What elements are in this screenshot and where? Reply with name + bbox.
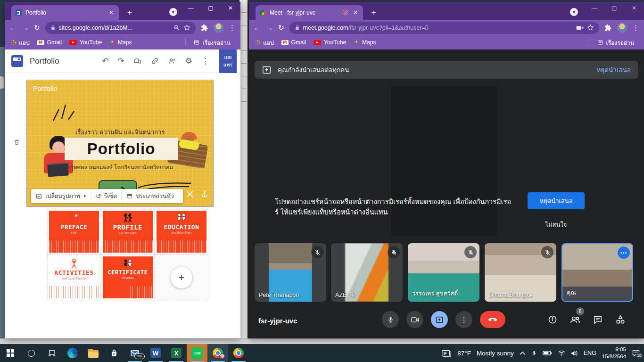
end-call-button[interactable] xyxy=(480,311,505,328)
bookmark-star-icon[interactable] xyxy=(183,24,190,31)
dismiss-button[interactable]: ไม่สนใจ xyxy=(528,220,585,230)
activities-icon[interactable] xyxy=(615,314,626,325)
preview-devices-icon[interactable] xyxy=(133,58,142,65)
site-header-banner[interactable]: Portfolio เรื่องราว ความฝัน และจินตนาการ… xyxy=(27,80,213,206)
tile-activities[interactable]: ACTIVITIES ผลงานและกิจกรรม xyxy=(49,256,99,298)
tab-meet[interactable]: Meet - fsr-yjpr-uvc ✕ xyxy=(256,5,363,20)
tab-close-icon[interactable]: ✕ xyxy=(352,9,359,16)
tile-profile[interactable]: PROFILE ประวัติส่วนตัว xyxy=(103,211,153,253)
bookmark-youtube[interactable]: YouTube xyxy=(69,39,102,46)
more-options-button[interactable]: ⋮ xyxy=(455,311,472,328)
search-button[interactable] xyxy=(21,344,41,362)
language-indicator[interactable]: ENG xyxy=(584,350,596,356)
people-icon[interactable] xyxy=(570,314,581,325)
profile-avatar[interactable] xyxy=(617,23,627,33)
bookmark-gmail[interactable]: MGmail xyxy=(281,39,306,46)
tile-more-options-icon[interactable]: ••• xyxy=(618,247,630,259)
participant-tile[interactable]: Pete Thanapon xyxy=(255,243,326,302)
mic-button[interactable] xyxy=(382,311,399,328)
start-button[interactable] xyxy=(0,344,21,362)
reset-button[interactable]: ↺ รีเซ็ต xyxy=(91,189,121,203)
reading-list-button[interactable]: เรื่องรออ่าน xyxy=(193,38,231,47)
mail-taskbar-button[interactable]: 99+ xyxy=(124,344,145,362)
profile-avatar[interactable] xyxy=(214,23,223,33)
sites-logo-icon[interactable] xyxy=(11,55,23,67)
chat-icon[interactable] xyxy=(592,314,603,325)
undo-icon[interactable]: ↶ xyxy=(102,56,108,66)
stop-presenting-link[interactable]: หยุดนำเสนอ xyxy=(596,65,631,75)
stop-presenting-button[interactable]: หยุดนำเสนอ xyxy=(528,192,585,209)
edge-taskbar-button[interactable] xyxy=(62,344,83,362)
weather-desc[interactable]: Mostly sunny xyxy=(477,350,514,357)
refresh-icon[interactable]: ↻ xyxy=(34,24,40,32)
camera-button[interactable] xyxy=(406,311,423,328)
info-icon[interactable] xyxy=(547,314,558,325)
participant-tile-self[interactable]: ••• คุณ xyxy=(561,243,633,302)
minimize-button[interactable]: — xyxy=(181,2,201,14)
tile-preface[interactable]: PREFACE คำนำ xyxy=(49,211,99,253)
tab-close-icon[interactable]: ✕ xyxy=(107,9,115,16)
forward-icon[interactable]: → xyxy=(266,24,273,32)
extensions-puzzle-icon[interactable] xyxy=(604,24,612,32)
close-button[interactable]: ✕ xyxy=(221,2,240,14)
zoom-icon[interactable] xyxy=(173,25,180,31)
tab-portfolio[interactable]: Portfolio ✕ xyxy=(11,5,119,20)
bookmark-maps[interactable]: Maps xyxy=(109,39,132,46)
tray-chevron-icon[interactable] xyxy=(520,351,526,355)
back-icon[interactable]: ← xyxy=(254,24,261,32)
more-options-icon[interactable]: ⋮ xyxy=(201,56,209,66)
camera-in-use-icon[interactable] xyxy=(576,25,584,31)
add-section-button[interactable]: + xyxy=(171,267,192,288)
bookmark-maps[interactable]: Maps xyxy=(354,39,376,46)
participant-tile[interactable]: AZE :-P xyxy=(331,243,403,302)
publish-button[interactable]: เผย แพร่ xyxy=(219,49,237,73)
wifi-icon[interactable] xyxy=(558,350,565,356)
tab-search-icon[interactable]: ▼ xyxy=(570,8,578,16)
participant-tile[interactable]: Jintana Boonpok xyxy=(485,243,556,302)
weather-temp[interactable]: 87°F xyxy=(457,350,471,357)
bookmark-star-icon[interactable] xyxy=(587,24,594,31)
tray-mic-icon[interactable] xyxy=(531,350,537,357)
news-weather-icon[interactable] xyxy=(441,349,452,357)
chrome-profile-taskbar-button[interactable] xyxy=(207,344,228,362)
present-button[interactable] xyxy=(431,311,448,328)
add-people-icon[interactable] xyxy=(168,58,176,65)
url-field[interactable]: sites.google.com/d/1a2bM... xyxy=(45,22,196,34)
reading-list-button[interactable]: เรื่องรออ่าน xyxy=(597,38,634,47)
tile-certificate[interactable]: CERTIFICATE เกียรติบัตร xyxy=(103,256,153,298)
volume-icon[interactable] xyxy=(571,350,578,356)
maximize-button[interactable]: ▢ xyxy=(604,2,624,14)
site-document-title[interactable]: Portfolio xyxy=(30,57,59,66)
settings-gear-icon[interactable]: ⚙ xyxy=(185,56,192,66)
battery-icon[interactable] xyxy=(543,350,552,356)
trash-icon[interactable] xyxy=(13,138,20,146)
clock[interactable]: 9:05 15/8/2564 xyxy=(602,346,626,360)
task-view-button[interactable] xyxy=(41,344,62,362)
word-taskbar-button[interactable]: W xyxy=(145,344,166,362)
bookmark-youtube[interactable]: YouTube xyxy=(314,39,346,46)
maximize-button[interactable]: ▢ xyxy=(201,2,221,14)
anchor-icon[interactable] xyxy=(201,190,208,198)
refresh-icon[interactable]: ↻ xyxy=(278,24,284,32)
browser-menu-icon[interactable]: ⋮ xyxy=(632,24,639,32)
redo-icon[interactable]: ↷ xyxy=(118,56,124,66)
header-type-button[interactable]: ประเภทส่วนหัว xyxy=(122,189,178,203)
back-icon[interactable]: ← xyxy=(9,24,17,32)
forward-icon[interactable]: → xyxy=(22,24,29,32)
excel-taskbar-button[interactable]: X xyxy=(166,344,187,362)
extensions-puzzle-icon[interactable] xyxy=(201,24,208,32)
participant-tile[interactable]: วรรณพร สุขสวัสดิ์ xyxy=(408,243,479,302)
tile-education[interactable]: EDUCATION ประวัติการศึกษา xyxy=(157,211,206,253)
magic-wand-off-icon[interactable] xyxy=(186,190,194,198)
minimize-button[interactable]: — xyxy=(585,2,604,14)
chrome-taskbar-button[interactable] xyxy=(228,344,249,362)
new-tab-button[interactable]: + xyxy=(124,8,136,17)
bookmark-gmail[interactable]: MGmail xyxy=(37,39,62,46)
insert-link-icon[interactable] xyxy=(151,57,159,65)
notification-center-button[interactable]: 10 xyxy=(632,349,640,357)
browser-menu-icon[interactable]: ⋮ xyxy=(229,24,236,32)
line-taskbar-button[interactable]: LINE xyxy=(187,344,207,362)
bookmark-apps[interactable]: แอป xyxy=(255,38,274,47)
new-tab-button[interactable]: + xyxy=(368,8,380,17)
file-explorer-button[interactable] xyxy=(83,344,104,362)
